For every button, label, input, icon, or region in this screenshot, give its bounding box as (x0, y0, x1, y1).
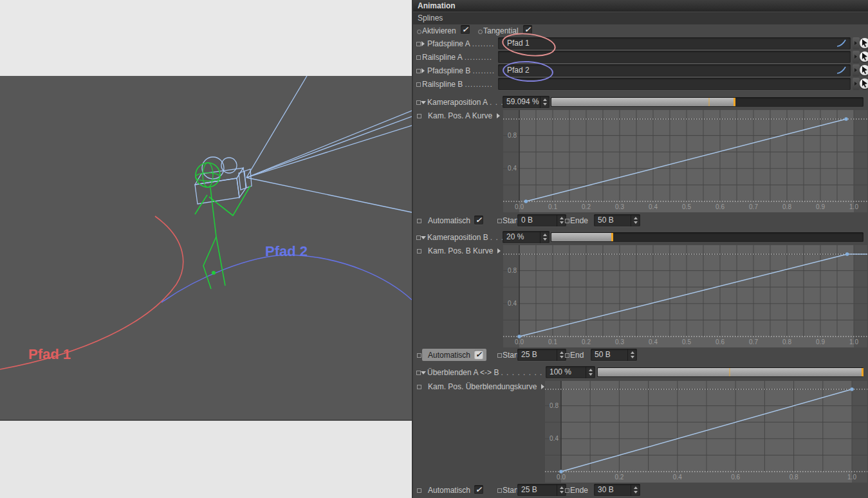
collapse-icon[interactable] (421, 371, 426, 374)
svg-text:1.0: 1.0 (849, 338, 858, 346)
label-text: Kam. Pos. A Kurve (428, 111, 492, 120)
kameraposition-a-value-field[interactable]: 59.094 % (503, 96, 549, 108)
pick-object-button[interactable] (860, 38, 868, 48)
expand-icon[interactable] (421, 68, 425, 73)
keyframe-square[interactable] (416, 235, 421, 240)
svg-text:0.5: 0.5 (682, 203, 691, 210)
stick-figure (195, 163, 250, 289)
railspline-b-row: Railspline B.......... (413, 77, 868, 91)
keyframe-circle-aktivieren[interactable] (417, 30, 421, 34)
railspline-b-field[interactable] (498, 78, 851, 90)
pick-object-button[interactable] (860, 78, 868, 89)
link-menu-button[interactable] (853, 51, 860, 63)
automatisch-checkbox[interactable]: ✓ (474, 216, 483, 225)
keyframe-square[interactable] (416, 69, 421, 73)
keyframe-square[interactable] (417, 353, 421, 358)
pfadspline-a-field[interactable]: Pfad 1 (498, 37, 851, 50)
animation-panel: Animation Splines Aktivieren ✓ Tangentia… (412, 0, 868, 498)
tangential-checkbox[interactable]: ✓ (523, 25, 532, 34)
expand-icon[interactable] (497, 248, 501, 254)
3d-viewport[interactable]: Pfad 1 Pfad 2 (0, 76, 412, 420)
ende-field[interactable]: 50 B (594, 214, 640, 226)
slider-marker[interactable] (611, 233, 613, 241)
svg-text:0.0: 0.0 (557, 474, 566, 481)
start-value: 0 B (521, 216, 533, 225)
pfadspline-b-field[interactable]: Pfad 2 (498, 64, 851, 77)
keyframe-square[interactable] (417, 114, 421, 118)
keyframe-square[interactable] (565, 219, 569, 223)
stepper-icon[interactable] (540, 231, 549, 243)
path1-spline (0, 216, 183, 369)
leader-dots: . . . (490, 98, 504, 107)
cursor-icon (860, 38, 868, 48)
svg-text:0.6: 0.6 (731, 474, 740, 481)
keyframe-circle-tangential[interactable] (478, 30, 483, 34)
slider-marker[interactable] (734, 98, 735, 106)
splines-section-header[interactable]: Splines (413, 12, 868, 24)
pfadspline-b-value: Pfad 2 (507, 66, 530, 75)
keyframe-square[interactable] (565, 353, 569, 358)
stepper-icon[interactable] (627, 349, 637, 361)
automatisch-checkbox[interactable]: ✓ (474, 350, 483, 359)
railspline-a-label: Railspline A.......... (422, 53, 492, 62)
stepper-icon[interactable] (631, 214, 640, 226)
curve-graph-ueberblendung[interactable]: 0.00.20.40.60.81.00.40.8 (545, 381, 867, 484)
curve-graph-b[interactable]: 0.00.10.20.30.40.50.60.70.80.91.00.40.8 (503, 245, 867, 349)
ueberblenden-value-field[interactable]: 100 % (546, 366, 595, 378)
collapse-icon[interactable] (421, 101, 426, 104)
figure-position-handle[interactable] (212, 271, 216, 275)
aktivieren-checkbox[interactable]: ✓ (461, 25, 470, 34)
expand-icon[interactable] (541, 384, 544, 389)
railspline-b-label: Railspline B.......... (422, 80, 493, 89)
keyframe-square[interactable] (497, 353, 502, 358)
keyframe-square[interactable] (417, 488, 421, 493)
keyframe-square[interactable] (417, 249, 421, 254)
keyframe-square[interactable] (416, 42, 421, 46)
ueberblenden-slider[interactable] (597, 367, 863, 377)
keyframe-square[interactable] (416, 82, 421, 87)
stepper-icon[interactable] (631, 484, 640, 496)
link-menu-button[interactable] (853, 37, 860, 50)
svg-text:0.7: 0.7 (749, 338, 758, 346)
tangential-label: Tangential (483, 26, 519, 36)
ende-field[interactable]: 30 B (594, 484, 640, 496)
svg-text:0.2: 0.2 (582, 338, 591, 346)
kameraposition-b-value-field[interactable]: 20 % (503, 231, 549, 243)
label-text: Kam. Pos. Überblendungskurve (428, 382, 537, 391)
stepper-icon[interactable] (586, 366, 595, 378)
end-field[interactable]: 50 B (591, 349, 637, 361)
kameraposition-b-slider[interactable] (551, 232, 863, 242)
curve-graph-a[interactable]: 0.00.10.20.30.40.50.60.70.80.91.00.40.8 (503, 110, 867, 214)
railspline-a-field[interactable] (498, 51, 851, 63)
svg-text:0.0: 0.0 (515, 203, 524, 210)
start-field[interactable]: 25 B (517, 349, 566, 361)
keyframe-square[interactable] (497, 488, 502, 493)
keyframe-square[interactable] (497, 219, 502, 223)
label-text: Pfadspline A (427, 39, 470, 48)
stepper-icon[interactable] (540, 96, 549, 108)
automatisch-checkbox[interactable]: ✓ (474, 485, 483, 494)
label-text: Railspline B (422, 80, 463, 89)
expand-icon[interactable] (421, 41, 425, 46)
slider-marker[interactable] (862, 368, 863, 376)
link-menu-button[interactable] (853, 78, 860, 90)
keyframe-square[interactable] (417, 219, 421, 223)
svg-text:0.8: 0.8 (549, 402, 559, 409)
pick-object-button[interactable] (860, 65, 868, 75)
viewport-canvas: Pfad 1 Pfad 2 (0, 76, 412, 420)
collapse-icon[interactable] (421, 236, 426, 239)
kameraposition-a-slider[interactable] (551, 97, 863, 107)
start-field[interactable]: 25 B (517, 484, 566, 496)
link-menu-button[interactable] (853, 64, 860, 77)
keyframe-square[interactable] (416, 100, 421, 105)
expand-icon[interactable] (497, 113, 500, 118)
keyframe-square[interactable] (565, 488, 569, 493)
start-field[interactable]: 0 B (517, 214, 566, 226)
keyframe-square[interactable] (417, 385, 421, 389)
keyframe-square[interactable] (416, 55, 421, 60)
keyframe-square[interactable] (416, 371, 421, 375)
kameraposition-b-row: Kameraposition B. . . 20 % (413, 230, 868, 244)
pick-object-button[interactable] (860, 51, 868, 62)
spline-curve-icon (836, 39, 847, 48)
path1-label: Pfad 1 (28, 346, 71, 362)
